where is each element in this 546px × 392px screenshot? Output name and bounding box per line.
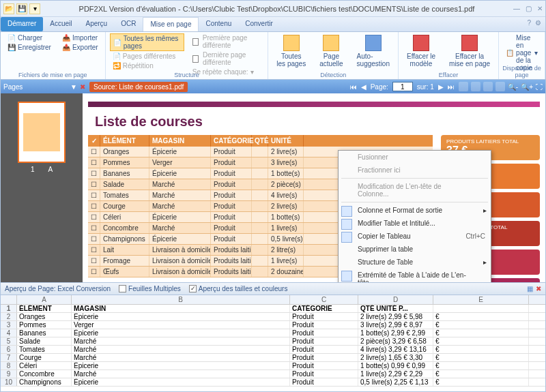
colh-d[interactable]: D bbox=[358, 295, 433, 304]
colh-b[interactable]: B bbox=[72, 295, 290, 304]
column-icon bbox=[341, 206, 352, 217]
derniere-page-check[interactable]: Dernière page différente bbox=[190, 50, 264, 67]
ribbon: 📄 Charger 💾 Enregistrer 📥 Importer 📤 Exp… bbox=[1, 32, 545, 80]
menu-bar: Démarrer Accueil Aperçu OCR Mise en page… bbox=[1, 17, 545, 32]
menu-mise-en-page[interactable]: Mise en page bbox=[143, 17, 199, 31]
page-input[interactable] bbox=[392, 82, 413, 91]
preview-icon-1[interactable]: ▦ bbox=[527, 285, 533, 292]
window-buttons: — ▢ ✕ bbox=[513, 5, 543, 12]
ribbon-group-fichiers: 📄 Charger 💾 Enregistrer 📥 Importer 📤 Exp… bbox=[1, 32, 106, 79]
doc-title: Liste de courses bbox=[95, 114, 540, 130]
menu-convertir[interactable]: Convertir bbox=[238, 17, 280, 31]
zoom-in-icon[interactable]: 🔍+ bbox=[521, 83, 533, 91]
nav-last-icon[interactable]: ⏭ bbox=[448, 83, 455, 91]
colh-c[interactable]: C bbox=[290, 295, 358, 304]
tool-icon-4[interactable] bbox=[495, 82, 505, 91]
excel-row[interactable]: 5SaladeMarchéProduit2 pièce(s) 3,29 € 6,… bbox=[1, 337, 545, 346]
table-header-row: ✓ ÉLÉMENT MAGASIN CATÉGORIE QTÉ UNITÉ bbox=[88, 135, 433, 147]
tool-icon-2[interactable] bbox=[471, 82, 480, 91]
excel-col-headers: A B C D E bbox=[1, 295, 545, 305]
qat-open-icon[interactable]: 📂 bbox=[3, 3, 14, 14]
importer-button[interactable]: 📥 Importer bbox=[59, 33, 101, 42]
ctx-fusionner: Fusionner bbox=[339, 151, 491, 164]
nav-prev-icon[interactable]: ◀ bbox=[361, 83, 367, 91]
window-title: PDF2XL Version d'évaluation - C:\Users\C… bbox=[40, 5, 513, 13]
ctx-supprimer[interactable]: Supprimer la table bbox=[339, 243, 491, 256]
ribbon-label-fichiers: Fichiers de mise en page bbox=[1, 72, 105, 78]
ribbon-group-disposition: 📋 Mise en page de la copie ▾ Disposition… bbox=[499, 32, 545, 79]
preview-close-icon[interactable]: ✖ bbox=[536, 285, 541, 292]
effacer-modele-button[interactable]: Effacer le modèle bbox=[403, 33, 440, 69]
ribbon-group-effacer: Effacer le modèle Effacer la mise en pag… bbox=[399, 32, 499, 79]
excel-row[interactable]: 3PommesVergerProduit3 livre(s) 2,99 € 8,… bbox=[1, 321, 545, 329]
menu-demarrer[interactable]: Démarrer bbox=[1, 17, 43, 31]
help-icon[interactable]: ? bbox=[527, 19, 531, 29]
excel-row[interactable]: 7CourgeMarchéProduit2 livre(s) 1,65 € 3,… bbox=[1, 354, 545, 362]
enregistrer-button[interactable]: 💾 Enregistrer bbox=[5, 43, 54, 52]
nav-next-icon[interactable]: ▶ bbox=[438, 83, 444, 91]
colh-a[interactable]: A bbox=[17, 295, 72, 304]
pages-funnel-icon[interactable]: ▼ bbox=[70, 83, 77, 91]
excel-row[interactable]: 10ChampignonsÉpicerieProduit0,5 livre(s)… bbox=[1, 378, 545, 387]
excel-preview: A B C D E 1 ÉLÉMENT MAGASIN CATÉGORIE QT… bbox=[1, 295, 545, 391]
ribbon-group-structure: 📄 Toutes les mêmes pages 📄 Pages différe… bbox=[106, 32, 269, 79]
ctx-extremite[interactable]: Extrémité de Table à L'aide de L'en-tête bbox=[339, 269, 491, 282]
settings-icon[interactable]: ⚙ bbox=[535, 19, 541, 29]
excel-row[interactable]: 8CéleriÉpicerieProduit1 botte(s) 0,99 € … bbox=[1, 362, 545, 370]
pages-close-icon[interactable]: ✖ bbox=[80, 83, 85, 91]
qat-save-icon[interactable]: 💾 bbox=[16, 3, 27, 14]
page-label: Page: bbox=[371, 83, 388, 91]
ctx-fractionner: Fractionner ici bbox=[339, 164, 491, 177]
toutes-memes-pages-button[interactable]: 📄 Toutes les mêmes pages bbox=[110, 33, 184, 51]
selected-table[interactable]: ✓ ÉLÉMENT MAGASIN CATÉGORIE QTÉ UNITÉ ☐O… bbox=[88, 135, 433, 282]
maximize-icon[interactable]: ▢ bbox=[526, 5, 532, 12]
context-menu: Fusionner Fractionner ici Modification d… bbox=[338, 150, 491, 282]
menu-contenu[interactable]: Contenu bbox=[199, 17, 238, 31]
ribbon-label-detection: Détection bbox=[268, 72, 398, 78]
excel-row[interactable]: 6TomatesMarchéProduit4 livre(s) 3,29 € 1… bbox=[1, 346, 545, 354]
nav-first-icon[interactable]: ⏮ bbox=[350, 83, 357, 91]
ribbon-label-effacer: Effacer bbox=[399, 72, 498, 78]
ctx-copier[interactable]: Copier le TableauCtrl+C bbox=[339, 230, 491, 243]
excel-header-row: 1 ÉLÉMENT MAGASIN CATÉGORIE QTÉ UNITÉ P.… bbox=[1, 305, 545, 313]
main-area: 1A Liste de courses ✓ ÉLÉMENT MAGASIN CA… bbox=[1, 93, 545, 282]
colh-e[interactable]: E bbox=[433, 295, 529, 304]
exporter-button[interactable]: 📤 Exporter bbox=[59, 43, 101, 52]
auto-suggestion-button[interactable]: Auto-suggestion bbox=[353, 33, 394, 69]
excel-row[interactable]: 9ConcombreMarchéProduit1 livre(s) 2,29 €… bbox=[1, 370, 545, 378]
excel-row[interactable]: 2OrangesÉpicerieProduit2 livre(s) 2,99 €… bbox=[1, 313, 545, 321]
menu-apercu[interactable]: Aperçu bbox=[78, 17, 114, 31]
tool-icon-1[interactable] bbox=[459, 82, 468, 91]
charger-button[interactable]: 📄 Charger bbox=[5, 33, 54, 42]
rownum[interactable]: 1 bbox=[1, 305, 17, 312]
source-label: Source: Liste de courses1.pdf bbox=[89, 82, 188, 92]
tool-icon-3[interactable] bbox=[483, 82, 493, 91]
excel-row[interactable]: 4BananesÉpicerieProduit1 botte(s) 2,99 €… bbox=[1, 329, 545, 337]
minimize-icon[interactable]: — bbox=[513, 5, 520, 12]
copy-icon bbox=[341, 232, 352, 243]
tailles-check[interactable]: Aperçu des tailles et couleurs bbox=[189, 285, 288, 293]
toutes-pages-button[interactable]: Toutes les pages bbox=[272, 33, 310, 69]
page-actuelle-button[interactable]: Page actuelle bbox=[315, 33, 347, 69]
document-canvas[interactable]: Liste de courses ✓ ÉLÉMENT MAGASIN CATÉG… bbox=[83, 93, 545, 282]
preview-label: Aperçu de Page: Excel Conversion bbox=[5, 285, 111, 292]
qat-dropdown-icon[interactable]: ▾ bbox=[29, 3, 40, 14]
navigation-bar: Pages ▼ ✖ Source: Liste de courses1.pdf … bbox=[1, 80, 545, 93]
menu-accueil[interactable]: Accueil bbox=[43, 17, 78, 31]
pages-differentes-button[interactable]: 📄 Pages différentes bbox=[110, 52, 184, 61]
pages-panel: 1A bbox=[1, 93, 83, 282]
close-icon[interactable]: ✕ bbox=[537, 5, 543, 12]
zoom-fit-icon[interactable]: ⛶ bbox=[536, 83, 543, 91]
ctx-modifier-table[interactable]: Modifier Table et Intitulé... bbox=[339, 217, 491, 230]
menu-ocr[interactable]: OCR bbox=[114, 17, 143, 31]
page-thumbnail[interactable] bbox=[18, 102, 66, 163]
feuilles-check[interactable]: Feuilles Multiples bbox=[119, 285, 181, 293]
zoom-out-icon[interactable]: 🔍- bbox=[508, 83, 518, 91]
ctx-colonne[interactable]: Colonne et Format de sortie▸ bbox=[339, 204, 491, 217]
ribbon-label-disposition: Disposition de page bbox=[499, 65, 545, 78]
effacer-mise-button[interactable]: Effacer la mise en page bbox=[445, 33, 494, 69]
ribbon-label-structure: Structure bbox=[106, 72, 268, 78]
ctx-structure[interactable]: Structure de Table▸ bbox=[339, 256, 491, 269]
premiere-page-check[interactable]: Première page différente bbox=[190, 33, 264, 50]
repetition-button[interactable]: 🔁 Répétition bbox=[110, 61, 184, 70]
